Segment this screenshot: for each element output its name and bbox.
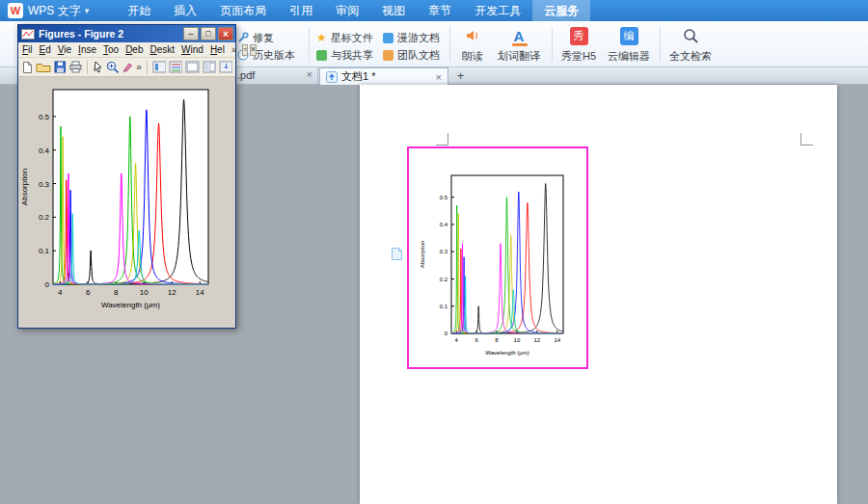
fulltext-search-button[interactable]: 全文检索	[665, 24, 716, 64]
history-version-label: 历史版本	[253, 48, 295, 63]
colorbar-icon[interactable]	[152, 61, 166, 73]
ribbon-tab-reference[interactable]: 引用	[278, 0, 324, 21]
cloud-sync-icon	[326, 71, 338, 83]
dock-figure-icon[interactable]	[219, 61, 232, 73]
close-tab-icon[interactable]: ×	[436, 71, 442, 83]
new-tab-button[interactable]: +	[453, 68, 468, 83]
embedded-chart-svg[interactable]: 46810121400.10.20.30.40.5Wavelength (μm)…	[409, 148, 586, 367]
fulltext-search-label: 全文检索	[669, 49, 712, 64]
figure-window-icon	[21, 29, 35, 40]
cloud-editor-badge: 编	[620, 27, 638, 45]
wps-logo-letter: W	[11, 5, 20, 16]
ribbon-tab-home[interactable]: 开始	[116, 0, 162, 21]
cloud-editor-icon: 编	[620, 24, 638, 47]
edit-plot-cursor-icon[interactable]	[93, 61, 102, 73]
ribbon-tab-dev-tools[interactable]: 开发工具	[463, 0, 532, 21]
new-figure-icon[interactable]	[21, 61, 33, 74]
ribbon-tab-section[interactable]: 章节	[417, 0, 463, 21]
menu-help[interactable]: Hel	[210, 44, 225, 55]
margin-corner-mark	[436, 133, 448, 146]
restore-button[interactable]: □	[201, 27, 216, 40]
menu-edit[interactable]: Ed	[40, 44, 51, 55]
svg-text:0.1: 0.1	[440, 304, 448, 309]
menu-view[interactable]: Vie	[58, 44, 71, 55]
svg-text:12: 12	[168, 288, 176, 297]
svg-text:14: 14	[196, 288, 204, 297]
doc1-tab-label: 文档1 *	[341, 69, 432, 84]
ribbon-tab-cloud-services[interactable]: 云服务	[532, 0, 590, 21]
menu-insert[interactable]: Inse	[78, 44, 96, 55]
ribbon-tab-insert[interactable]: 插入	[162, 0, 208, 21]
show-plot-tools-icon[interactable]	[203, 61, 216, 73]
app-title: WPS 文字	[28, 3, 81, 19]
svg-text:10: 10	[140, 288, 149, 297]
svg-text:0: 0	[45, 280, 50, 289]
close-menubar-icon[interactable]: ×	[250, 44, 257, 56]
menu-tools[interactable]: Too	[103, 44, 119, 55]
ribbon-tab-page-layout[interactable]: 页面布局	[208, 0, 278, 21]
read-aloud-button[interactable]: 朗读	[455, 24, 490, 64]
close-button[interactable]: ×	[218, 27, 233, 40]
svg-text:0.4: 0.4	[440, 222, 448, 227]
repair-wrench-icon	[237, 32, 249, 43]
team-docs-button[interactable]: 团队文档	[383, 47, 440, 63]
save-figure-icon[interactable]	[54, 61, 66, 73]
menu-window[interactable]: Wind	[181, 44, 203, 55]
svg-text:0.2: 0.2	[440, 277, 448, 282]
selected-figure-object[interactable]: 46810121400.10.20.30.40.5Wavelength (μm)…	[407, 146, 588, 369]
print-figure-icon[interactable]	[68, 61, 82, 73]
legend-icon[interactable]	[169, 61, 182, 73]
open-figure-icon[interactable]	[36, 61, 50, 73]
menu-desktop[interactable]: Deskt	[149, 44, 175, 55]
roaming-docs-button[interactable]: 漫游文档	[383, 30, 440, 45]
menu-overflow-icon[interactable]: »	[231, 44, 237, 55]
figure-canvas[interactable]: 46810121400.10.20.30.40.5Wavelength (μm)…	[18, 77, 235, 328]
toolbar-separator	[147, 61, 148, 74]
toolbar-overflow-icon[interactable]: »	[136, 62, 142, 72]
translate-button[interactable]: A 划词翻译	[494, 24, 544, 64]
svg-text:0.5: 0.5	[39, 113, 50, 121]
figure-plot-svg[interactable]: 46810121400.10.20.30.40.5Wavelength (μm)…	[18, 77, 235, 328]
svg-text:0.4: 0.4	[39, 146, 50, 155]
svg-text:Wavelength (μm): Wavelength (μm)	[485, 350, 529, 356]
ribbon-separator	[309, 27, 310, 62]
cloud-editor-button[interactable]: 编 云编辑器	[604, 24, 654, 64]
figure-window[interactable]: Figures - Figure 2 – □ × Fil Ed Vie Inse…	[17, 24, 236, 329]
hide-plot-tools-icon[interactable]	[185, 61, 199, 73]
app-titlebar[interactable]: W WPS 文字 ▾ 开始 插入 页面布局 引用 审阅 视图 章节 开发工具 云…	[0, 0, 868, 21]
svg-text:8: 8	[114, 288, 119, 297]
xiutang-h5-button[interactable]: 秀 秀堂H5	[557, 24, 600, 64]
close-tab-icon[interactable]: ×	[307, 68, 312, 80]
starred-files-button[interactable]: ★ 星标文件	[316, 30, 373, 45]
cloud-editor-label: 云编辑器	[608, 49, 650, 64]
minimize-button[interactable]: –	[183, 27, 199, 40]
document-page[interactable]: 46810121400.10.20.30.40.5Wavelength (μm)…	[360, 85, 837, 504]
object-anchor-icon	[391, 247, 403, 261]
read-aloud-label: 朗读	[462, 49, 483, 64]
team-doc-icon	[383, 50, 393, 61]
ribbon-separator	[552, 27, 553, 62]
wps-logo-icon[interactable]: W	[8, 3, 23, 18]
svg-text:0.1: 0.1	[39, 247, 50, 255]
svg-text:10: 10	[514, 337, 521, 343]
embedded-figure-plot[interactable]: 46810121400.10.20.30.40.5Wavelength (μm)…	[409, 148, 586, 367]
brush-data-icon[interactable]	[122, 61, 133, 73]
document-tab-doc1[interactable]: 文档1 * ×	[319, 67, 448, 85]
menu-debug[interactable]: Deb	[125, 44, 143, 55]
svg-text:6: 6	[86, 288, 91, 297]
menu-file[interactable]: Fil	[22, 44, 33, 55]
title-caret-icon[interactable]: ▾	[85, 6, 90, 15]
ribbon-tab-view[interactable]: 视图	[370, 0, 417, 21]
translate-label: 划词翻译	[498, 49, 540, 64]
undock-menubar-icon[interactable]: ▫	[242, 44, 247, 56]
svg-text:0.3: 0.3	[440, 249, 448, 254]
svg-text:0.5: 0.5	[440, 195, 448, 200]
figure-window-titlebar[interactable]: Figures - Figure 2 – □ ×	[18, 25, 235, 42]
ribbon-tab-review[interactable]: 审阅	[324, 0, 370, 21]
xiutang-icon: 秀	[570, 24, 588, 47]
shared-with-me-button[interactable]: 与我共享	[316, 47, 373, 63]
share-icon	[316, 50, 327, 61]
pdf-tab-label: .pdf	[237, 69, 255, 81]
starred-files-label: 星标文件	[331, 31, 373, 45]
zoom-in-icon[interactable]	[106, 61, 119, 74]
